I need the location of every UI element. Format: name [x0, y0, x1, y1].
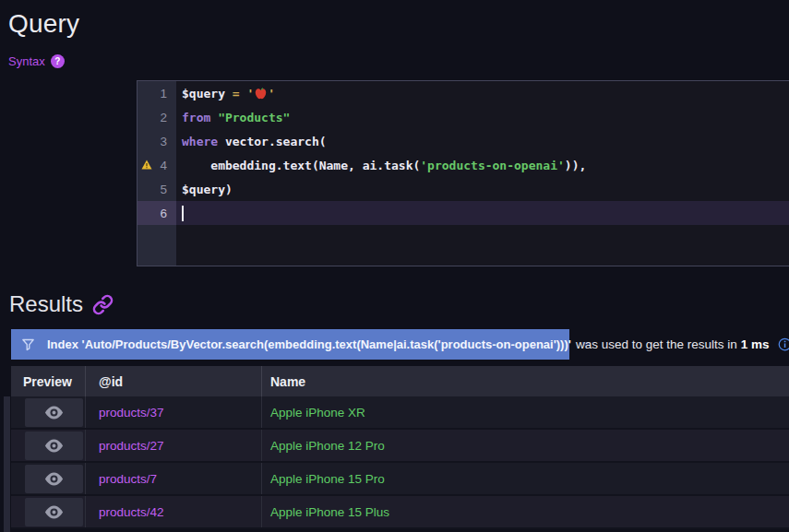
code-segment: $query	[182, 87, 233, 100]
code-segment: '	[268, 87, 275, 100]
code-segment: '	[246, 87, 254, 100]
code-text[interactable]: where vector.search(	[176, 129, 789, 153]
syntax-link[interactable]: Syntax ?	[8, 54, 65, 68]
table-row: products/27Apple iPhone 12 Pro	[11, 430, 789, 463]
results-table: Preview @id Name products/37Apple iPhone…	[11, 366, 789, 532]
code-segment: embedding.text(Name, ai.task(	[182, 159, 420, 172]
code-segment: where	[182, 135, 225, 148]
document-id-link[interactable]: products/42	[99, 505, 164, 519]
column-header-preview[interactable]: Preview	[11, 366, 85, 396]
line-number: 3	[137, 129, 176, 153]
line-number: 6	[137, 201, 176, 225]
line-number: 1	[137, 81, 176, 105]
code-segment: =	[233, 87, 247, 100]
line-number: 4	[137, 153, 176, 177]
eye-icon	[44, 472, 64, 486]
code-segment: $query)	[182, 183, 233, 196]
timing-text: was used to get the results in	[576, 337, 737, 351]
code-line-1[interactable]: 1$query = ''	[137, 81, 789, 105]
page-title: Query	[8, 9, 79, 39]
eye-icon	[44, 505, 64, 519]
line-number: 5	[137, 177, 176, 201]
column-header-name[interactable]: Name	[261, 366, 789, 396]
timing-value: 1 ms	[741, 337, 770, 351]
preview-button[interactable]	[25, 498, 83, 526]
code-text[interactable]: $query = ''	[176, 81, 789, 105]
warning-triangle-icon[interactable]	[141, 160, 152, 170]
syntax-label: Syntax	[8, 54, 45, 68]
code-text[interactable]: from "Products"	[176, 105, 789, 129]
code-line-2[interactable]: 2from "Products"	[137, 105, 789, 129]
info-circle-icon[interactable]	[778, 337, 789, 351]
code-line-4[interactable]: 4 embedding.text(Name, ai.task('products…	[137, 153, 789, 177]
product-name: Apple iPhone XR	[270, 406, 365, 420]
table-row: products/37Apple iPhone XR	[11, 396, 789, 430]
query-timing: was used to get the results in 1 ms	[576, 329, 789, 360]
preview-button[interactable]	[25, 465, 83, 493]
code-text[interactable]: $query)	[176, 177, 789, 201]
column-header-id[interactable]: @id	[85, 366, 261, 396]
line-number: 2	[137, 105, 176, 129]
preview-button[interactable]	[25, 432, 83, 460]
eye-icon	[44, 439, 64, 453]
code-segment: "Products"	[218, 111, 290, 124]
index-name-label: Index 'Auto/Products/ByVector.search(emb…	[47, 337, 571, 351]
code-segment: vector.search(	[225, 135, 327, 148]
index-used-dropdown[interactable]: Index 'Auto/Products/ByVector.search(emb…	[11, 329, 569, 360]
code-text[interactable]: embedding.text(Name, ai.task('products-o…	[176, 153, 789, 177]
document-id-link[interactable]: products/7	[99, 472, 157, 486]
eye-icon	[44, 406, 64, 420]
product-name: Apple iPhone 15 Pro	[270, 472, 385, 486]
document-id-link[interactable]: products/37	[99, 406, 164, 420]
preview-button[interactable]	[25, 398, 83, 427]
apple-emoji	[254, 87, 268, 100]
code-segment: 'products-on-openai'	[420, 159, 565, 172]
text-cursor	[182, 206, 184, 221]
product-name: Apple iPhone 12 Pro	[270, 439, 385, 453]
editor-gutter	[137, 225, 176, 266]
code-segment: from	[182, 111, 218, 124]
code-line-6[interactable]: 6	[137, 201, 789, 225]
code-line-3[interactable]: 3where vector.search(	[137, 129, 789, 153]
results-scrollbar[interactable]	[4, 396, 10, 532]
document-id-link[interactable]: products/27	[99, 439, 164, 453]
query-editor[interactable]: 1$query = ''2from "Products"3where vecto…	[137, 80, 789, 266]
editor-empty-area[interactable]	[137, 225, 789, 266]
funnel-icon	[21, 337, 35, 351]
question-circle-icon[interactable]: ?	[51, 54, 65, 68]
code-text[interactable]	[176, 201, 789, 225]
chain-link-icon[interactable]	[92, 294, 114, 315]
results-title: Results	[9, 291, 83, 317]
code-line-5[interactable]: 5$query)	[137, 177, 789, 201]
table-row: products/7Apple iPhone 15 Pro	[11, 463, 789, 496]
code-segment: )),	[565, 159, 586, 172]
product-name: Apple iPhone 15 Plus	[270, 505, 389, 519]
table-row: products/42Apple iPhone 15 Plus	[11, 496, 789, 529]
results-table-header: Preview @id Name	[11, 366, 789, 396]
